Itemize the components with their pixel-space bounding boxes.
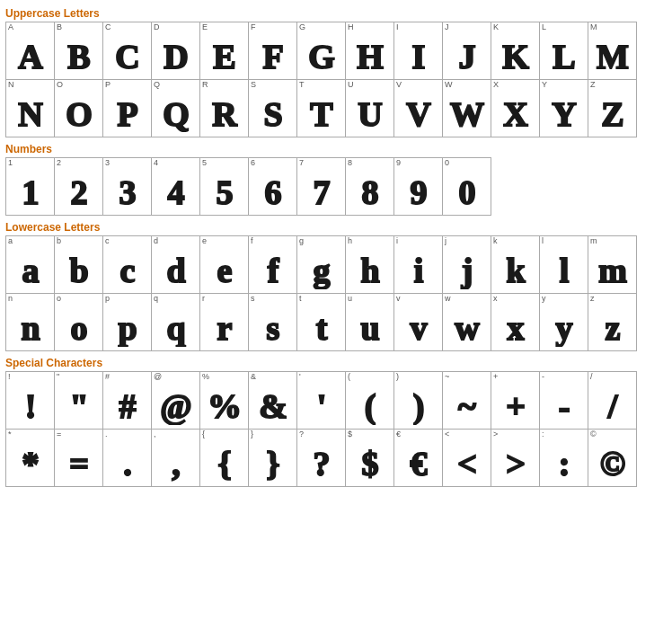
svg-text:Q: Q <box>163 95 190 133</box>
cell-lowercase-m: mmm <box>588 236 637 294</box>
svg-text:': ' <box>316 387 326 425</box>
cell-label-X: X <box>491 80 500 90</box>
cell-glyph-Q: QQ <box>156 90 196 133</box>
cell-uppercase-Q: QQQ <box>152 80 200 137</box>
cell-uppercase-J: JJJ <box>443 22 491 80</box>
cell-special-.: ... <box>103 430 152 487</box>
cell-glyph-n: nn <box>11 304 50 347</box>
svg-text:L: L <box>553 38 575 75</box>
cell-label-}: } <box>249 430 255 439</box>
cell-label-€: € <box>394 430 402 439</box>
cell-glyph-w: ww <box>447 304 487 347</box>
cell-uppercase-F: FFF <box>249 22 297 80</box>
grid-special: !!!"""###@@@%%%&&&'''((()))~~~+++---///*… <box>5 371 637 487</box>
cell-label-w: w <box>443 294 453 304</box>
cell-glyph-H: HH <box>350 32 390 75</box>
svg-text:*: * <box>22 445 39 483</box>
svg-text:p: p <box>118 309 137 347</box>
cell-lowercase-t: ttt <box>297 294 346 351</box>
svg-text:8: 8 <box>361 173 378 211</box>
cell-glyph-D: DD <box>156 32 196 75</box>
grid-lowercase: aaabbbcccdddeeefffggghhhiiijjjkkklllmmmn… <box>5 235 637 351</box>
cell-glyph-©: ©© <box>593 439 632 483</box>
cell-special-/: /// <box>588 372 637 430</box>
cell-label-{: { <box>200 430 207 439</box>
cell-special-~: ~~~ <box>443 372 491 430</box>
svg-text:X: X <box>503 95 527 133</box>
cell-label-e: e <box>200 236 208 246</box>
svg-text:T: T <box>310 95 332 133</box>
cell-glyph-R: RR <box>205 90 244 133</box>
cell-glyph-A: AA <box>11 32 50 75</box>
cell-label-m: m <box>588 236 599 246</box>
svg-text:©: © <box>599 445 624 483</box>
svg-text:h: h <box>360 252 379 289</box>
cell-glyph-(: (( <box>350 382 390 425</box>
cell-glyph-l: ll <box>544 246 584 289</box>
svg-text:R: R <box>212 95 237 133</box>
svg-text:v: v <box>410 309 427 347</box>
cell-special-=: === <box>55 430 103 487</box>
cell-glyph-': '' <box>302 382 341 425</box>
cell-special-?: ??? <box>297 430 346 487</box>
cell-glyph-%: %% <box>205 382 244 425</box>
cell-glyph-0: 00 <box>447 168 487 211</box>
cell-special-}: }}} <box>249 430 297 487</box>
cell-numbers-2: 222 <box>55 158 103 216</box>
svg-text:C: C <box>115 38 139 75</box>
cell-lowercase-f: fff <box>249 236 297 294</box>
cell-uppercase-Z: ZZZ <box>588 80 637 137</box>
svg-text:{: { <box>217 445 231 483</box>
cell-uppercase-H: HHH <box>346 22 394 80</box>
cell-label-3: 3 <box>103 158 111 168</box>
cell-glyph-P: PP <box>108 90 147 133</box>
cell-glyph-{: {{ <box>205 439 244 483</box>
cell-label-/: / <box>588 372 595 382</box>
svg-text:Z: Z <box>601 95 623 133</box>
cell-uppercase-B: BBB <box>55 22 103 80</box>
cell-label-J: J <box>443 22 451 32</box>
svg-text:z: z <box>605 309 620 347</box>
cell-uppercase-Y: YYY <box>540 80 588 137</box>
svg-text:E: E <box>213 38 235 75</box>
cell-special-): ))) <box>394 372 443 430</box>
cell-uppercase-M: MMM <box>588 22 637 80</box>
svg-text:A: A <box>18 38 43 75</box>
cell-glyph-}: }} <box>253 439 293 483</box>
svg-text:O: O <box>66 95 93 133</box>
cell-label-*: * <box>6 430 13 439</box>
cell-glyph-<: << <box>447 439 487 483</box>
svg-text:&: & <box>259 387 287 425</box>
grid-numbers: 111222333444555666777888999000 <box>5 157 491 216</box>
cell-lowercase-n: nnn <box>6 294 55 351</box>
svg-text:1: 1 <box>22 173 39 211</box>
cell-glyph-V: VV <box>399 90 438 133</box>
cell-label-6: 6 <box>249 158 257 168</box>
cell-glyph-:: :: <box>544 439 584 483</box>
svg-text:G: G <box>308 38 335 75</box>
cell-numbers-9: 999 <box>394 158 443 216</box>
cell-label-#: # <box>103 372 111 382</box>
svg-text:+: + <box>506 387 526 425</box>
cell-label-n: n <box>6 294 14 304</box>
cell-glyph-G: GG <box>302 32 341 75</box>
cell-label-c: c <box>103 236 111 246</box>
cell-special-*: *** <box>6 430 55 487</box>
cell-special-&: &&& <box>249 372 297 430</box>
svg-text:n: n <box>21 309 40 347</box>
svg-text:$: $ <box>361 445 378 483</box>
cell-glyph-x: xx <box>496 304 535 347</box>
cell-special-€: €€€ <box>394 430 443 487</box>
svg-text:€: € <box>410 445 427 483</box>
cell-label-H: H <box>346 22 356 32</box>
svg-text:g: g <box>313 252 330 289</box>
cell-glyph-t: tt <box>302 304 341 347</box>
cell-glyph-X: XX <box>496 90 535 133</box>
cell-special-#: ### <box>103 372 152 430</box>
cell-glyph-u: uu <box>350 304 390 347</box>
cell-glyph-i: ii <box>399 246 438 289</box>
cell-label-a: a <box>6 236 14 246</box>
cell-numbers-3: 333 <box>103 158 152 216</box>
cell-label-!: ! <box>6 372 13 382</box>
cell-label-j: j <box>443 236 448 246</box>
